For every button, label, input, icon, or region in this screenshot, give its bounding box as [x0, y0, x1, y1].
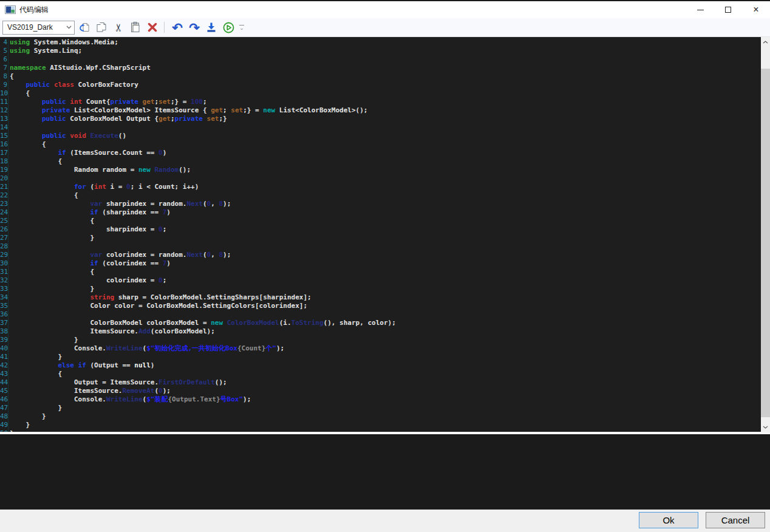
code-line: 15 public void Execute() [0, 132, 761, 140]
code-text: namespace AIStudio.Wpf.CSharpScript [9, 64, 151, 72]
copy-button[interactable] [94, 20, 109, 35]
code-text: for (int i = 0; i < Count; i++) [9, 183, 199, 191]
code-line: 30 if (colorindex == 7) [0, 259, 761, 268]
code-line: 38 ItemsSource.Add(colorBoxModel); [0, 327, 761, 336]
reset-document-button[interactable] [77, 20, 92, 35]
code-text: { [9, 89, 30, 98]
scrollbar-thumb[interactable] [761, 69, 770, 417]
code-line: 48 } [0, 412, 761, 421]
code-line: 27 } [0, 234, 761, 242]
delete-icon [146, 21, 158, 33]
line-number: 17 [0, 149, 9, 157]
code-text: } [9, 285, 94, 293]
line-number: 31 [0, 268, 9, 276]
code-text: public int Count{private get;set;} = 100… [9, 98, 207, 106]
code-lines[interactable]: 4using System.Windows.Media;5using Syste… [0, 37, 761, 432]
scrollbar-down-button[interactable] [761, 422, 770, 432]
code-text: if (ItemsSource.Count == 0) [9, 149, 166, 157]
line-number: 8 [0, 72, 9, 81]
code-line: 32 colorindex = 0; [0, 276, 761, 285]
code-text: public void Execute() [9, 132, 126, 140]
maximize-icon [725, 7, 731, 13]
footer: Ok Cancel [0, 510, 770, 532]
code-text: Console.WriteLine($"初始化完成,一共初始化Box{Count… [9, 344, 284, 353]
code-text [9, 310, 10, 319]
scrollbar-up-button[interactable] [761, 37, 770, 47]
copy-icon [95, 21, 107, 33]
run-icon [222, 21, 235, 34]
code-line: 45 ItemsSource.RemoveAt(0); [0, 387, 761, 395]
ok-button[interactable]: Ok [639, 512, 698, 528]
maximize-button[interactable] [714, 1, 742, 18]
cancel-button[interactable]: Cancel [706, 512, 765, 528]
code-text: { [9, 191, 78, 200]
line-number: 4 [0, 38, 9, 47]
code-line: 36 [0, 310, 761, 319]
code-line: 23 var sharpindex = random.Next(0, 8); [0, 200, 761, 208]
code-text: ColorBoxModel colorBoxModel = new ColorB… [9, 319, 396, 327]
toolbar-overflow-button[interactable]: ⌄ [239, 25, 244, 30]
line-number: 33 [0, 285, 9, 293]
code-line: 13 public ColorBoxModel Output {get;priv… [0, 115, 761, 123]
undo-icon: ↶ [172, 21, 183, 34]
code-line: 49 } [0, 421, 761, 429]
code-line: 33 } [0, 285, 761, 293]
line-number: 21 [0, 183, 9, 191]
line-number: 50 [0, 429, 9, 432]
code-text: } [9, 421, 30, 429]
line-number: 11 [0, 98, 9, 106]
code-line: 17 if (ItemsSource.Count == 0) [0, 149, 761, 157]
code-text [9, 123, 10, 132]
minimize-icon [697, 10, 704, 10]
code-text: { [9, 157, 62, 166]
line-number: 9 [0, 81, 9, 89]
line-number: 14 [0, 123, 9, 132]
line-number: 40 [0, 344, 9, 353]
vertical-scrollbar[interactable] [761, 37, 770, 432]
undo-button[interactable]: ↶ [170, 20, 185, 35]
close-button[interactable]: × [742, 1, 770, 18]
code-text: private List<ColorBoxModel> ItemsSource … [9, 106, 367, 115]
code-line: 39 } [0, 336, 761, 344]
theme-select[interactable]: VS2019_Dark [2, 21, 75, 35]
code-text: } [9, 336, 78, 344]
code-text: var colorindex = random.Next(0, 8); [9, 251, 231, 259]
line-number: 16 [0, 140, 9, 149]
line-number: 42 [0, 361, 9, 370]
lower-panel [0, 434, 770, 510]
code-line: 26 sharpindex = 0; [0, 225, 761, 234]
code-line: 28 [0, 242, 761, 251]
redo-button[interactable]: ↷ [187, 20, 202, 35]
code-line: 18 { [0, 157, 761, 166]
code-text: if (sharpindex == 7) [9, 208, 171, 217]
save-button[interactable] [204, 20, 219, 35]
line-number: 46 [0, 395, 9, 404]
code-line: 42 else if (Output == null) [0, 361, 761, 370]
code-line: 16 { [0, 140, 761, 149]
code-line: 31 { [0, 268, 761, 276]
run-button[interactable] [221, 20, 236, 35]
line-number: 22 [0, 191, 9, 200]
code-line: 37 ColorBoxModel colorBoxModel = new Col… [0, 319, 761, 327]
code-text: { [9, 370, 62, 378]
code-editor[interactable]: 4using System.Windows.Media;5using Syste… [0, 37, 770, 433]
delete-button[interactable] [145, 20, 160, 35]
cut-button[interactable]: ✂ [111, 20, 126, 35]
code-line: 47 } [0, 404, 761, 412]
theme-select-value: VS2019_Dark [3, 23, 63, 32]
code-text: } [9, 404, 62, 412]
code-text: colorindex = 0; [9, 276, 166, 285]
line-number: 47 [0, 404, 9, 412]
line-number: 45 [0, 387, 9, 395]
code-line: 41 } [0, 353, 761, 361]
minimize-button[interactable] [686, 1, 714, 18]
window-controls: × [686, 1, 770, 18]
line-number: 48 [0, 412, 9, 421]
code-text: ItemsSource.RemoveAt(0); [9, 387, 171, 395]
code-text: sharpindex = 0; [9, 225, 166, 234]
code-line: 5using System.Linq; [0, 47, 761, 55]
redo-icon: ↷ [189, 21, 200, 34]
code-line: 44 Output = ItemsSource.FirstOrDefault()… [0, 378, 761, 387]
line-number: 26 [0, 225, 9, 234]
paste-button[interactable] [128, 20, 143, 35]
